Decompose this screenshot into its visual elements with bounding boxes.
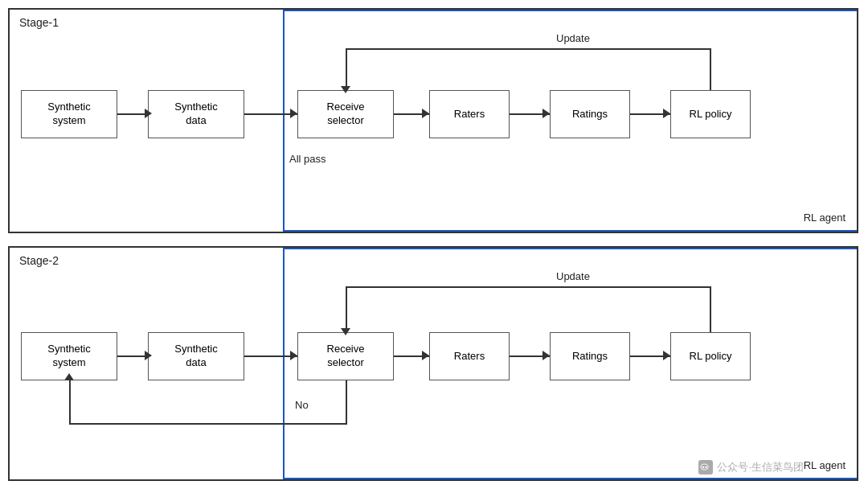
arrow-s1-update-up — [710, 48, 711, 90]
arrow-s1-update-down — [346, 48, 347, 90]
stage1-synthetic-system-box: Synthetic system — [21, 90, 117, 138]
stage1-receive-selector-box: Receive selector — [297, 90, 394, 138]
arrowhead-s1-raters-ratings — [542, 109, 550, 118]
arrowhead-s2-no-up — [64, 373, 74, 380]
watermark: 公众号·生信菜鸟团 — [698, 460, 804, 475]
arrow-s1-sys-data — [117, 113, 148, 115]
arrow-s2-sys-data — [117, 355, 148, 357]
arrow-s2-no-up — [69, 380, 71, 425]
arrowhead-s2-update-down — [341, 328, 350, 335]
arrowhead-s2-data-recv — [290, 351, 297, 360]
arrowhead-s2-ratings-rl — [663, 351, 670, 360]
stage2-rl-policy-box: RL policy — [670, 332, 751, 380]
svg-point-2 — [701, 464, 708, 470]
wechat-icon — [698, 460, 713, 475]
stage2-raters-box: Raters — [429, 332, 510, 380]
stage1-update-label: Update — [556, 32, 590, 44]
stage2-label: Stage-2 — [19, 254, 59, 267]
stage2-no-label: No — [295, 399, 309, 411]
svg-point-1 — [706, 466, 707, 467]
arrow-s2-no-down — [346, 380, 347, 425]
stage1-raters-box: Raters — [429, 90, 510, 138]
stage2-update-label: Update — [556, 270, 590, 282]
arrowhead-s1-recv-raters — [422, 109, 429, 118]
arrowhead-s2-sys-data — [145, 351, 152, 360]
stage2-synthetic-data-box: Synthetic data — [148, 332, 244, 380]
arrow-s2-update-down — [346, 286, 347, 332]
arrowhead-s2-recv-raters — [422, 351, 429, 360]
arrowhead-s1-ratings-rl — [663, 109, 670, 118]
stage1-rl-agent-label: RL agent — [804, 212, 845, 224]
stage1-synthetic-data-box: Synthetic data — [148, 90, 244, 138]
arrow-s2-update-h — [346, 286, 711, 288]
stage2-receive-selector-box: Receive selector — [297, 332, 394, 380]
arrowhead-s1-data-recv — [290, 109, 297, 118]
stage2-ratings-box: Ratings — [550, 332, 630, 380]
svg-point-0 — [702, 466, 704, 467]
arrow-s2-no-left — [69, 423, 347, 425]
stage1-pass-label: All pass — [289, 153, 326, 165]
stage2-rl-agent-label: RL agent — [804, 459, 845, 471]
arrowhead-s1-update-down — [341, 86, 350, 93]
arrow-s1-update-h — [346, 48, 711, 50]
arrow-s2-update-up — [710, 286, 711, 332]
arrowhead-s1-sys-data — [145, 109, 152, 118]
stage1-ratings-box: Ratings — [550, 90, 630, 138]
stage1-label: Stage-1 — [19, 16, 59, 29]
arrowhead-s2-raters-ratings — [542, 351, 550, 360]
stage1-rl-policy-box: RL policy — [670, 90, 751, 138]
